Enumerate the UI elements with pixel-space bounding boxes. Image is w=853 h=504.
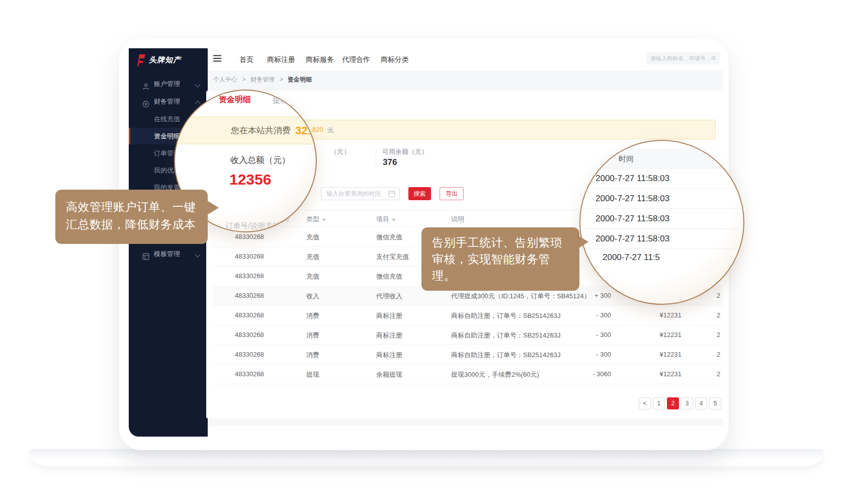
cell-type: 充值	[306, 233, 319, 242]
cell-type: 消费	[306, 331, 319, 340]
trademark-search-input[interactable]	[646, 52, 720, 64]
search-button[interactable]: 搜索	[408, 187, 431, 200]
cell-project: 代理收入	[376, 292, 402, 301]
cell-order: 48330268	[235, 292, 264, 299]
nav-link-category[interactable]: 商标分类	[381, 48, 409, 70]
tooltip-right: 告别手工统计、告别繁琐 审核，实现智能财务管 理。	[421, 227, 579, 291]
cell-amount: - 3060	[568, 370, 611, 378]
cell-time: 2	[717, 311, 720, 319]
brand-name: 头牌知产	[149, 55, 181, 65]
template-icon	[142, 250, 149, 258]
cell-project: 微信充值	[376, 233, 402, 242]
nav-link-home[interactable]: 首页	[239, 48, 253, 70]
cell-type: 消费	[306, 351, 319, 360]
time-row-partial: 2000-7-27 11:5	[603, 253, 660, 263]
sidebar-item-label: 账户管理	[154, 76, 180, 92]
breadcrumb-separator: >	[242, 76, 245, 83]
cell-order: 48330268	[235, 351, 264, 358]
banner-amount-rest: 820	[312, 126, 323, 133]
cell-type: 消费	[306, 311, 319, 320]
cell-amount: - 300	[568, 311, 611, 319]
breadcrumb-current: 资金明细	[288, 76, 312, 83]
time-row: 2000-7-27 11:58:03	[580, 209, 743, 229]
cell-amount: + 300	[568, 292, 611, 299]
hamburger-menu-icon[interactable]	[213, 55, 221, 62]
cell-desc: 商标自助注册，订单号：SB2514263J	[451, 351, 560, 360]
cell-desc: 商标自助注册，订单号：SB2514263J	[451, 311, 560, 320]
time-row: 2000-7-27 11:58:03	[580, 169, 743, 189]
page: 头牌知产 账户管理 财务管理 在线充值 资金明细 订单管理 我的优惠券	[0, 0, 853, 504]
time-row: 2000-7-27 11:58:03	[580, 229, 743, 249]
cell-order: 48330268	[235, 331, 264, 339]
calendar-icon	[388, 190, 395, 199]
column-header-desc: 说明	[451, 215, 464, 224]
tooltip-line: 审核，实现智能财务管	[432, 251, 569, 268]
cell-balance: ¥12231	[639, 311, 681, 319]
stat-balance-value: 376	[383, 157, 397, 167]
stat-income-label: 收入总额（元）	[230, 154, 290, 166]
breadcrumb-item[interactable]: 财务管理	[250, 76, 275, 83]
table-row: 48330268 消费 商标注册 商标自助注册，订单号：SB2514263J -…	[213, 345, 723, 365]
cell-time: 2	[717, 331, 720, 339]
tab-funds-detail[interactable]: 资金明细	[219, 95, 251, 105]
table-row: 48330268 提现 余额提现 提现3000元，手续费2%(60元) - 30…	[213, 364, 723, 384]
cell-order: 48330268	[235, 370, 264, 378]
export-button[interactable]: 导出	[440, 187, 464, 200]
pagination-page-3[interactable]: 3	[681, 397, 693, 409]
stat-divider	[376, 149, 376, 165]
pagination-page-4[interactable]: 4	[695, 397, 707, 409]
sidebar-item-account[interactable]: 账户管理	[129, 76, 208, 92]
finance-icon	[142, 98, 149, 105]
sidebar-item-label: 在线充值	[154, 112, 180, 127]
cell-project: 商标注册	[376, 351, 402, 360]
cell-order: 48330268	[235, 253, 264, 260]
cell-amount: - 300	[568, 351, 611, 358]
column-header-type[interactable]: 类型	[306, 215, 326, 224]
cell-type: 提现	[306, 370, 319, 379]
laptop-base	[29, 449, 824, 466]
cell-desc: 提现3000元，手续费2%(60元)	[451, 370, 539, 379]
chevron-down-icon	[195, 81, 200, 87]
banner-prefix: 您在本站共消费	[231, 125, 291, 136]
nav-link-agents[interactable]: 代理合作	[342, 48, 370, 70]
cell-project: 商标注册	[376, 331, 402, 340]
tooltip-left: 高效管理账户订单、一键 汇总数据，降低财务成本	[55, 190, 208, 244]
breadcrumb-separator: >	[279, 76, 283, 83]
cell-order: 48330268	[235, 233, 264, 240]
breadcrumb-item[interactable]: 个人中心	[213, 76, 237, 83]
table-row: 48330268 消费 商标注册 商标自助注册，订单号：SB2514263J -…	[213, 305, 723, 325]
nav-link-services[interactable]: 商标服务	[306, 48, 334, 70]
pagination-prev[interactable]: <	[639, 397, 651, 409]
brand-logo-icon	[135, 54, 146, 67]
cell-project: 商标注册	[376, 311, 402, 320]
cell-order: 48330268	[235, 272, 264, 280]
tooltip-right-arrow	[576, 234, 588, 249]
pagination-page-2-active[interactable]: 2	[667, 397, 679, 409]
stat-mid-label: （元）	[330, 147, 350, 156]
cell-time: 2	[717, 351, 720, 358]
sidebar-item-templates[interactable]: 模板管理	[129, 246, 208, 262]
active-indicator	[129, 128, 130, 144]
cell-balance: ¥12231	[639, 331, 681, 339]
pagination-page-1[interactable]: 1	[653, 397, 665, 409]
pagination-page-5[interactable]: 5	[709, 397, 721, 409]
cell-project: 余额提现	[376, 370, 402, 379]
sidebar-item-label: 模板管理	[154, 246, 180, 262]
nav-link-register[interactable]: 商标注册	[267, 48, 295, 70]
magnifier-circle-right: 时间 2000-7-27 11:58:03 2000-7-27 11:58:03…	[579, 140, 744, 305]
breadcrumb: 个人中心 > 财务管理 > 资金明细	[213, 74, 312, 84]
cell-project: 支付宝充值	[376, 253, 409, 262]
sidebar-item-finance[interactable]: 财务管理	[129, 94, 208, 109]
sort-caret-icon	[322, 219, 326, 221]
column-header-project[interactable]: 项目	[376, 215, 396, 224]
banner-unit: 元	[327, 126, 333, 135]
cell-amount: - 300	[568, 331, 611, 339]
cell-time: 2	[717, 292, 720, 299]
tooltip-left-arrow	[206, 200, 219, 216]
cell-desc: 商标自助注册，订单号：SB2514263J	[451, 331, 560, 340]
time-row: 2000-7-27 11:58:03	[580, 189, 743, 209]
sort-caret-icon	[392, 219, 396, 221]
cell-order: 48330268	[235, 311, 264, 319]
consumption-banner-zoomed: 您在本站共消费 32124	[174, 117, 317, 144]
cell-balance: ¥12231	[639, 351, 681, 358]
